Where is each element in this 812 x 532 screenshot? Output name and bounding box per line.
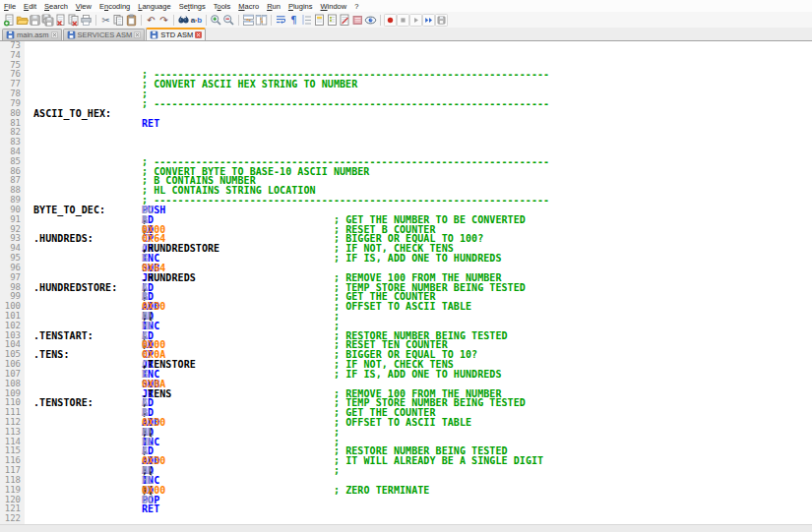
- code-line-121[interactable]: 121RET: [0, 504, 812, 514]
- menu-item-run[interactable]: Run: [263, 1, 284, 12]
- asm-comment: ; REMOVE 100 FROM THE NUMBER: [334, 273, 502, 283]
- start-recording-button[interactable]: [384, 14, 397, 27]
- close-all-icon: [67, 14, 80, 27]
- code-line-113[interactable]: 113LD (HL), A;: [0, 428, 812, 438]
- zoom-out-icon: [222, 14, 235, 27]
- line-number: 97: [0, 273, 21, 283]
- replace-button[interactable]: ab: [190, 14, 203, 27]
- tab-std-asm[interactable]: STD ASM: [146, 28, 206, 40]
- code-line-87[interactable]: 87; B CONTAINS NUMBER: [0, 176, 812, 186]
- saved-file-floppy-icon: [6, 30, 15, 39]
- show-all-characters-button[interactable]: ¶: [287, 14, 300, 27]
- save-all-button[interactable]: [41, 14, 54, 27]
- code-line-85[interactable]: 85; ------------------------------------…: [0, 157, 812, 167]
- code-line-116[interactable]: 116ADD 0X30; IT WILL ALREADY BE A SINGLE…: [0, 456, 812, 466]
- code-line-83[interactable]: 83: [0, 138, 812, 148]
- code-line-122[interactable]: 122: [0, 514, 812, 524]
- code-line-74[interactable]: 74: [0, 51, 812, 61]
- menu-item-language[interactable]: Language: [134, 1, 174, 12]
- toolbar-separator: [173, 15, 174, 26]
- save-recorded-macro-button[interactable]: [435, 14, 448, 27]
- asm-comment: ; IF IS, ADD ONE TO HUNDREDS: [334, 254, 502, 264]
- close-icon[interactable]: [134, 31, 141, 38]
- svg-text:b: b: [197, 16, 202, 25]
- code-line-73[interactable]: 73: [0, 41, 812, 51]
- sync-vertical-scroll-button[interactable]: [242, 14, 255, 27]
- tab-services-asm[interactable]: SERVICES ASM: [63, 29, 146, 40]
- save-file-button[interactable]: [29, 14, 41, 27]
- redo-button[interactable]: ↷: [157, 14, 170, 27]
- zoom-in-button[interactable]: [210, 14, 222, 27]
- menu-item-help[interactable]: ?: [350, 1, 362, 12]
- asm-label: .HUNDREDSTORE:: [33, 283, 117, 293]
- close-icon[interactable]: [195, 31, 202, 38]
- cut-button[interactable]: ✂: [99, 14, 112, 27]
- close-icon[interactable]: [51, 31, 58, 38]
- menu-item-edit[interactable]: Edit: [20, 1, 40, 12]
- run-macro-multiple-button[interactable]: [422, 14, 435, 27]
- show-indent-guide-button[interactable]: [300, 14, 313, 27]
- open-file-button[interactable]: [16, 14, 29, 27]
- menu-item-encoding[interactable]: Encoding: [95, 1, 134, 12]
- code-line-77[interactable]: 77; CONVERT ASCII HEX STRING TO NUMBER: [0, 80, 812, 89]
- print-button[interactable]: [80, 14, 93, 27]
- tab-label: main.asm: [17, 30, 49, 39]
- code-line-80[interactable]: 80ASCII_TO_HEX:: [0, 109, 812, 119]
- find-button[interactable]: [177, 14, 190, 27]
- monitoring-button[interactable]: [364, 14, 377, 27]
- undo-button[interactable]: ↶: [145, 14, 157, 27]
- code-line-112[interactable]: 112ADD 0X30; OFFSET TO ASCII TABLE: [0, 418, 812, 428]
- code-line-120[interactable]: 120POP BC: [0, 496, 812, 505]
- menu-item-view[interactable]: View: [72, 1, 95, 12]
- copy-icon: [112, 14, 125, 27]
- asm-comment: ; OFFSET TO ASCII TABLE: [334, 302, 471, 312]
- close-file-button[interactable]: [54, 14, 67, 27]
- code-line-82[interactable]: 82: [0, 128, 812, 138]
- document-map-button[interactable]: [313, 14, 326, 27]
- find-icon: [177, 14, 190, 27]
- menu-item-plugins[interactable]: Plugins: [284, 1, 317, 12]
- copy-button[interactable]: [112, 14, 125, 27]
- menu-item-search[interactable]: Search: [40, 1, 72, 12]
- close-all-button[interactable]: [67, 14, 80, 27]
- tab-main-asm[interactable]: main.asm: [2, 29, 62, 40]
- menu-item-settings[interactable]: Settings: [175, 1, 210, 12]
- code-line-117[interactable]: 117LD (HL), A;: [0, 466, 812, 476]
- code-line-79[interactable]: 79; ------------------------------------…: [0, 99, 812, 109]
- word-wrap-button[interactable]: [275, 14, 287, 27]
- show-all-characters-icon: ¶: [290, 14, 296, 27]
- code-line-100[interactable]: 100ADD 0X30; OFFSET TO ASCII TABLE: [0, 302, 812, 312]
- open-file-icon: [16, 14, 29, 27]
- code-line-107[interactable]: 107INC B; IF IS, ADD ONE TO HUNDREDS: [0, 370, 812, 380]
- paste-button[interactable]: [125, 14, 138, 27]
- menu-item-window[interactable]: Window: [317, 1, 351, 12]
- code-editor[interactable]: 73747576; ------------------------------…: [0, 41, 812, 524]
- stop-recording-button[interactable]: [397, 14, 409, 27]
- code-line-119[interactable]: 119LD (HL), 0X00; ZERO TERMINATE: [0, 486, 812, 496]
- asm-label: ASCII_TO_HEX:: [33, 109, 111, 119]
- sync-horizontal-scroll-button[interactable]: [255, 14, 268, 27]
- code-line-81[interactable]: 81RET: [0, 119, 812, 129]
- asm-comment: ; ZERO TERMINATE: [334, 486, 429, 496]
- document-switcher-button[interactable]: [351, 14, 364, 27]
- menu-item-tools[interactable]: Tools: [210, 1, 235, 12]
- code-line-89[interactable]: 89; ------------------------------------…: [0, 196, 812, 206]
- toolbar-separator: [238, 15, 239, 26]
- code-line-76[interactable]: 76; ------------------------------------…: [0, 70, 812, 80]
- new-file-button[interactable]: [3, 14, 16, 27]
- menu-item-file[interactable]: File: [0, 1, 20, 12]
- zoom-in-icon: [210, 14, 222, 27]
- zoom-out-button[interactable]: [222, 14, 235, 27]
- function-list-button[interactable]: [326, 14, 339, 27]
- playback-macro-button[interactable]: [409, 14, 422, 27]
- document-map-icon: [313, 14, 326, 27]
- document-switcher-icon: [351, 14, 364, 27]
- horizontal-scrollbar[interactable]: [0, 524, 812, 532]
- code-line-95[interactable]: 95INC B; IF IS, ADD ONE TO HUNDREDS: [0, 254, 812, 264]
- code-line-86[interactable]: 86; CONVERT BYTE TO BASE-10 ASCII NUMBER: [0, 167, 812, 177]
- toolbar-separator: [206, 15, 207, 26]
- folder-as-workspace-button[interactable]: [339, 14, 351, 27]
- tab-bar: main.asmSERVICES ASMSTD ASM: [0, 28, 812, 41]
- menu-item-macro[interactable]: Macro: [234, 1, 263, 12]
- code-line-101[interactable]: 101LD (HL), A;: [0, 312, 812, 322]
